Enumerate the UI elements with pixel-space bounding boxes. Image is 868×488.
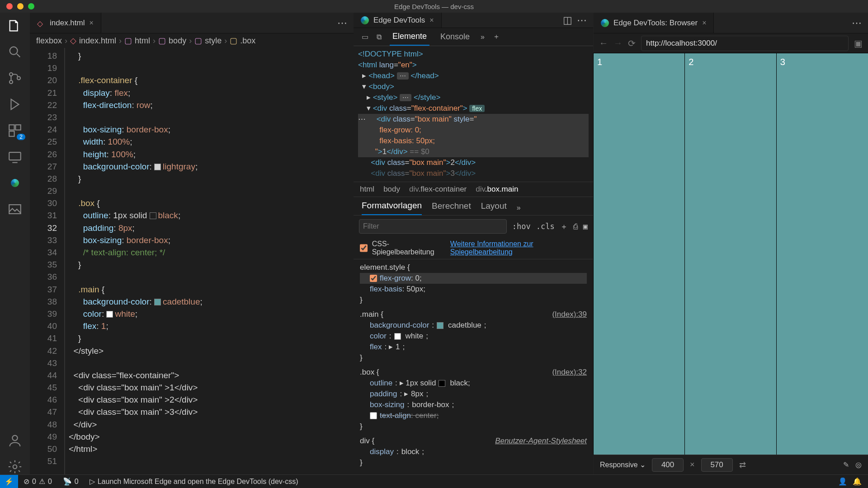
decl-value[interactable]: 50px xyxy=(406,285,423,293)
rotate-icon[interactable]: ⇄ xyxy=(739,460,746,470)
mirror-checkbox[interactable] xyxy=(360,244,368,252)
tab-format[interactable]: Formatvorlagen xyxy=(362,201,422,215)
errors-count[interactable]: ⊘ 0 ⚠ 0 xyxy=(18,477,57,486)
tab-edge-devtools[interactable]: Edge DevTools × xyxy=(354,13,442,28)
crumb[interactable]: .box xyxy=(240,36,255,46)
more-actions-icon[interactable]: ⋯ xyxy=(337,17,347,29)
explorer-icon[interactable] xyxy=(7,18,23,33)
breadcrumbs[interactable]: flexbox› ◇index.html› ▢html› ▢body› ▢sty… xyxy=(30,33,354,48)
more-actions-icon[interactable]: ⋯ xyxy=(577,14,587,26)
hov-toggle[interactable]: :hov xyxy=(512,222,531,231)
crumb[interactable]: html xyxy=(360,185,374,194)
crumb[interactable]: index.html xyxy=(79,36,116,46)
flex-pill[interactable]: flex xyxy=(469,105,485,112)
code-editor[interactable]: 1819202122232425262728293031323334353637… xyxy=(30,48,354,474)
launch-edge-button[interactable]: ▷ Launch Microsoft Edge and open the Edg… xyxy=(84,477,304,486)
dom-selected[interactable]: ⋯ <div class="box main" style=" xyxy=(358,114,589,125)
split-editor-icon[interactable]: ◫ xyxy=(563,14,572,26)
decl-toggle[interactable] xyxy=(370,412,377,419)
dom-style: flex-basis: 50px; xyxy=(379,136,435,145)
source-control-icon[interactable] xyxy=(7,70,23,86)
decl-value[interactable]: border-box xyxy=(412,399,449,410)
window-title: Edge DevTools — dev-css xyxy=(394,3,474,10)
reload-icon[interactable]: ⟳ xyxy=(628,38,636,49)
crumb[interactable]: div.flex-container xyxy=(409,185,467,194)
tab-console[interactable]: Konsole xyxy=(438,28,472,45)
tab-browser[interactable]: Edge DevTools: Browser × xyxy=(594,13,714,33)
edit-icon[interactable]: ✎ xyxy=(843,460,849,469)
search-icon[interactable] xyxy=(7,44,23,60)
screencast-icon[interactable]: ▣ xyxy=(854,38,863,49)
bell-icon[interactable]: 🔔 xyxy=(853,477,862,486)
more-actions-icon[interactable]: ⋯ xyxy=(852,17,862,29)
crumb[interactable]: div.box.main xyxy=(476,185,518,194)
new-rule-icon[interactable]: ＋ xyxy=(560,221,568,232)
account-icon[interactable] xyxy=(7,433,23,448)
responsive-dropdown[interactable]: Responsive ⌄ xyxy=(600,460,646,469)
copilot-icon[interactable]: 👤 xyxy=(838,477,847,486)
edge-icon[interactable] xyxy=(7,175,23,191)
close-tab-icon[interactable]: × xyxy=(429,16,434,24)
computed-icon[interactable]: ▣ xyxy=(583,222,588,231)
tab-layout[interactable]: Layout xyxy=(481,201,507,215)
image-icon[interactable] xyxy=(7,202,23,217)
back-icon[interactable]: ← xyxy=(599,38,608,48)
height-input[interactable] xyxy=(701,458,733,472)
styles-rules[interactable]: element.style { flex-grow: 0; flex-basis… xyxy=(354,259,593,474)
print-icon[interactable]: ⎙ xyxy=(573,222,578,231)
preview-box: 2 xyxy=(685,53,776,455)
run-debug-icon[interactable] xyxy=(7,97,23,112)
inspect-icon[interactable]: ▭ xyxy=(362,33,368,41)
remote-icon[interactable] xyxy=(7,149,23,164)
rule-source[interactable]: (Index):32 xyxy=(552,367,587,378)
svg-rect-4 xyxy=(9,125,14,130)
more-tabs-icon[interactable]: » xyxy=(481,33,485,41)
gear-icon[interactable] xyxy=(7,459,23,474)
dom-breadcrumbs[interactable]: html body div.flex-container div.box.mai… xyxy=(354,182,593,197)
crumb[interactable]: flexbox xyxy=(36,36,62,46)
zoom-window[interactable] xyxy=(28,3,34,9)
cls-toggle[interactable]: .cls xyxy=(536,222,555,231)
count: 0 xyxy=(32,478,36,486)
more-tabs-icon[interactable]: » xyxy=(517,204,521,212)
crumb[interactable]: body xyxy=(383,185,400,194)
activity-bar: 2 xyxy=(0,13,30,474)
remote-status-icon[interactable]: ⚡ xyxy=(0,475,18,488)
mirror-label: CSS-Spiegelbearbeitung xyxy=(372,240,446,256)
tab-elements[interactable]: Elemente xyxy=(390,28,429,46)
dimension-separator: × xyxy=(690,460,695,469)
styles-filter-input[interactable] xyxy=(359,219,507,234)
rule-source[interactable]: (Index):39 xyxy=(552,309,587,320)
device-icon[interactable]: ⧉ xyxy=(377,33,382,41)
add-tab-icon[interactable]: ＋ xyxy=(493,32,500,42)
decl-value[interactable]: white xyxy=(406,331,424,342)
port-status[interactable]: 📡 0 xyxy=(57,477,84,486)
close-window[interactable] xyxy=(6,3,13,9)
crumb[interactable]: html xyxy=(135,36,150,46)
tab-index-html[interactable]: ◇ index.html × xyxy=(30,13,101,33)
close-tab-icon[interactable]: × xyxy=(89,19,93,27)
tab-label: Edge DevTools: Browser xyxy=(613,19,698,28)
decl-value[interactable]: 0 xyxy=(415,274,419,282)
target-icon[interactable]: ◎ xyxy=(855,460,862,469)
decl-value[interactable]: cadetblue xyxy=(448,320,481,331)
tab-computed[interactable]: Berechnet xyxy=(432,201,471,215)
launch-label: Launch Microsoft Edge and open the Edge … xyxy=(98,478,298,486)
url-input[interactable] xyxy=(641,36,849,51)
close-tab-icon[interactable]: × xyxy=(702,19,706,27)
minimize-window[interactable] xyxy=(17,3,24,9)
decl-value[interactable]: 1 xyxy=(396,342,400,352)
count: 0 xyxy=(48,478,52,486)
decl-value[interactable]: 8px xyxy=(411,389,423,399)
edge-logo-icon xyxy=(601,19,609,27)
width-input[interactable] xyxy=(652,458,684,472)
mirror-link[interactable]: Weitere Informationen zur Spiegelbearbei… xyxy=(450,240,587,256)
decl-toggle[interactable] xyxy=(370,275,377,282)
crumb[interactable]: body xyxy=(169,36,186,46)
crumb[interactable]: style xyxy=(205,36,222,46)
forward-icon[interactable]: → xyxy=(613,38,623,48)
extensions-icon[interactable]: 2 xyxy=(7,123,23,138)
svg-rect-8 xyxy=(9,205,21,214)
decl-value[interactable]: center xyxy=(415,411,436,420)
dom-tree[interactable]: <!DOCTYPE html> <html lang="en"> ▸ <head… xyxy=(354,46,593,182)
